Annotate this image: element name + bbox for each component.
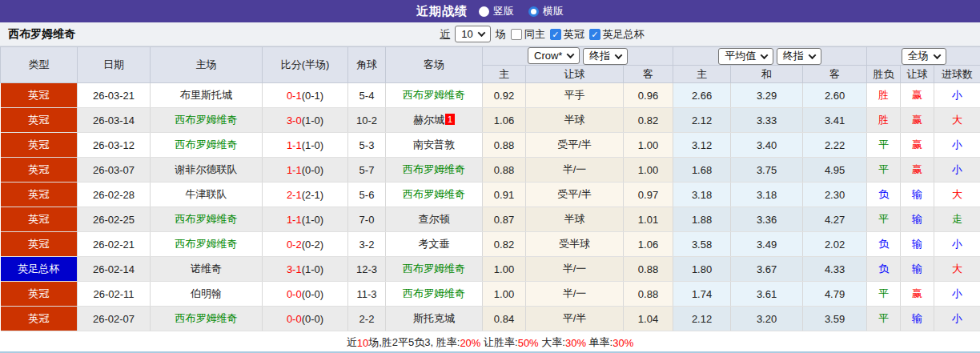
filter-bar: 西布罗姆维奇 近 10 场 同主 ✓ 英冠 ✓ 英足总杯 xyxy=(0,22,980,46)
full-time-score: 3-1 xyxy=(287,263,302,275)
table-row: 英冠26-03-21布里斯托城0-1(0-1)5-4西布罗姆维奇0.92平手0.… xyxy=(1,83,980,108)
cell-goals: 小 xyxy=(934,83,980,108)
cell-away-team: 查尔顿 xyxy=(386,207,483,232)
sub-header-odds-away: 客 xyxy=(624,66,673,83)
away-team-name: 西布罗姆维奇 xyxy=(403,89,465,101)
cell-score: 1-1(1-0) xyxy=(263,207,348,232)
cell-league: 英冠 xyxy=(1,207,78,232)
radio-vertical-label: 竖版 xyxy=(493,4,514,18)
avg-select[interactable]: 平均值 xyxy=(718,48,773,65)
cell-away-team: 西布罗姆维奇 xyxy=(386,257,483,282)
full-time-score: 0-0 xyxy=(287,313,302,325)
cell-avg-draw: 3.20 xyxy=(731,307,803,331)
col-header-type: 类型 xyxy=(1,47,78,83)
cell-handicap-result: 输 xyxy=(901,183,934,207)
cell-handicap-result: 赢 xyxy=(901,133,934,158)
bookmaker-value: Crow* xyxy=(534,50,562,62)
cell-score: 0-0(0-0) xyxy=(263,282,348,307)
cell-home-team: 西布罗姆维奇 xyxy=(151,307,263,331)
full-time-score: 0-0 xyxy=(287,288,302,300)
match-count-select[interactable]: 10 xyxy=(455,26,490,42)
same-home-checkbox-wrap[interactable]: 同主 xyxy=(511,27,545,42)
full-time-score: 1-1 xyxy=(287,214,302,226)
table-row: 英冠26-02-11伯明翰0-0(0-0)11-3西布罗姆维奇1.00半/一0.… xyxy=(1,282,980,307)
same-home-label: 同主 xyxy=(524,27,545,42)
cell-date: 26-02-28 xyxy=(78,183,151,207)
cell-avg-home: 2.66 xyxy=(673,83,731,108)
cell-corner: 5-4 xyxy=(348,83,386,108)
cell-away-team: 西布罗姆维奇 xyxy=(386,282,483,307)
red-card-badge: 1 xyxy=(445,114,455,125)
cell-odds-home: 0.84 xyxy=(483,307,526,331)
cell-corner: 11-3 xyxy=(348,282,386,307)
avg-type-select[interactable]: 终指 xyxy=(777,48,821,65)
cell-handicap-result: 输 xyxy=(901,232,934,257)
chevron-down-icon xyxy=(933,51,941,59)
cell-handicap: 受半球 xyxy=(526,232,624,257)
radio-checked-icon xyxy=(528,6,539,17)
footer-text: 大率: xyxy=(539,335,565,350)
col-header-score: 比分(半场) xyxy=(263,47,348,83)
match-count-value: 10 xyxy=(461,28,472,40)
chevron-down-icon xyxy=(567,50,575,58)
table-body: 英冠26-03-21布里斯托城0-1(0-1)5-4西布罗姆维奇0.92平手0.… xyxy=(1,83,980,331)
col-header-home: 主场 xyxy=(151,47,263,83)
away-team-name: 南安普敦 xyxy=(413,138,455,150)
cell-avg-draw: 3.33 xyxy=(731,108,803,133)
cell-avg-away: 2.30 xyxy=(803,183,867,207)
cup-checkbox-wrap[interactable]: ✓ 英足总杯 xyxy=(589,27,645,42)
cell-home-team: 西布罗姆维奇 xyxy=(151,133,263,158)
league-checkbox-wrap[interactable]: ✓ 英冠 xyxy=(550,27,584,42)
half-time-score: (0-0) xyxy=(302,313,323,325)
cell-home-team: 布里斯托城 xyxy=(151,83,263,108)
sub-header-handicap: 让球 xyxy=(526,66,624,83)
near-link[interactable]: 近 xyxy=(440,27,450,42)
cell-odds-home: 0.92 xyxy=(483,83,526,108)
cell-avg-draw: 3.75 xyxy=(731,158,803,183)
footer-text: 近 xyxy=(347,335,357,350)
summary-footer: 近10场,胜2平5负3, 胜率:20% 让胜率:50% 大率:30% 单率:30… xyxy=(0,331,980,353)
table-row: 英冠26-03-14西布罗姆维奇3-0(1-0)10-2赫尔城11.06半球0.… xyxy=(1,108,980,133)
cell-league: 英冠 xyxy=(1,133,78,158)
cell-score: 0-2(0-2) xyxy=(263,232,348,257)
cell-date: 26-02-14 xyxy=(78,257,151,282)
half-time-score: (0-2) xyxy=(302,239,323,251)
sub-header-avg-home: 主 xyxy=(673,66,731,83)
half-time-score: (0-1) xyxy=(302,90,323,102)
odds-type-select[interactable]: 终指 xyxy=(583,48,628,65)
chevron-down-icon xyxy=(808,51,816,59)
cell-odds-home: 1.00 xyxy=(483,257,526,282)
scope-select[interactable]: 全场 xyxy=(902,48,946,65)
footer-big-rate: 30% xyxy=(565,337,586,349)
cell-handicap: 平/半 xyxy=(526,307,624,331)
cell-league: 英冠 xyxy=(1,282,78,307)
cell-home-team: 西布罗姆维奇 xyxy=(151,207,263,232)
odds-type-value: 终指 xyxy=(589,49,610,63)
cell-avg-home: 2.12 xyxy=(673,307,731,331)
cell-avg-draw: 3.29 xyxy=(731,83,803,108)
footer-text: 场,胜2平5负3, 胜率: xyxy=(368,335,460,350)
cell-avg-draw: 3.67 xyxy=(731,257,803,282)
cell-home-team: 谢菲尔德联队 xyxy=(151,158,263,183)
cell-goals: 大 xyxy=(934,257,980,282)
cell-avg-draw: 3.61 xyxy=(731,282,803,307)
cell-score: 0-1(0-1) xyxy=(263,83,348,108)
radio-unchecked-icon xyxy=(479,6,489,17)
footer-handicap-rate: 50% xyxy=(518,337,539,349)
radio-horizontal-layout[interactable]: 横版 xyxy=(528,4,564,18)
chevron-down-icon xyxy=(761,51,769,59)
cell-avg-home: 1.68 xyxy=(673,158,731,183)
cell-odds-away: 0.82 xyxy=(624,108,673,133)
cell-score: 3-0(1-0) xyxy=(263,108,348,133)
cell-avg-draw: 3.36 xyxy=(731,207,803,232)
cell-avg-away: 2.22 xyxy=(803,133,867,158)
cup-checkbox-label: 英足总杯 xyxy=(603,27,645,42)
cell-avg-away: 3.59 xyxy=(803,307,867,331)
radio-vertical-layout[interactable]: 竖版 xyxy=(479,4,514,18)
bookmaker-select[interactable]: Crow* xyxy=(528,47,580,64)
full-time-score: 0-2 xyxy=(287,239,302,251)
cell-odds-home: 0.82 xyxy=(483,232,526,257)
full-time-score: 1-1 xyxy=(287,164,302,176)
cell-result: 平 xyxy=(867,282,901,307)
cell-league: 英足总杯 xyxy=(1,257,78,282)
